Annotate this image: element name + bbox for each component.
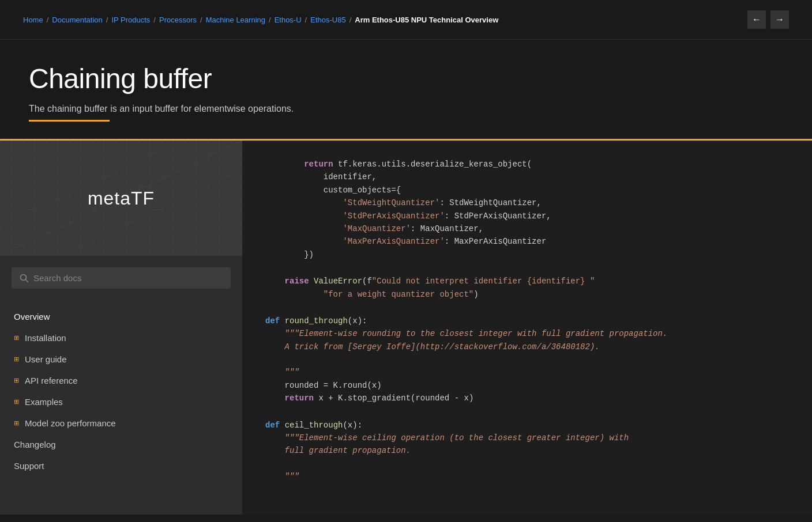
expand-icon-api-reference: ⊞ xyxy=(14,377,19,384)
expand-icon-user-guide: ⊞ xyxy=(14,355,19,363)
expand-icon-model-zoo: ⊞ xyxy=(14,419,19,427)
search-input[interactable] xyxy=(33,273,223,283)
sidebar-item-changelog-label: Changelog xyxy=(14,440,56,449)
search-icon xyxy=(20,274,29,283)
breadcrumb-sep-2: / xyxy=(106,16,108,24)
breadcrumb-sep-5: / xyxy=(269,16,271,24)
expand-icon-examples: ⊞ xyxy=(14,398,19,406)
breadcrumb-processors[interactable]: Processors xyxy=(159,16,197,24)
breadcrumb-docs[interactable]: Documentation xyxy=(52,16,102,24)
sidebar-item-support[interactable]: Support xyxy=(0,455,242,476)
code-section-round-through: def round_through(x): """Element-wise ro… xyxy=(265,315,789,405)
breadcrumb-sep-7: / xyxy=(349,16,352,24)
code-section-ceil-through: def ceil_through(x): """Element-wise cei… xyxy=(265,419,789,483)
code-block-return: return tf.keras.utils.deserialize_keras_… xyxy=(265,158,789,261)
sidebar-logo-area: metaTF xyxy=(0,141,242,256)
breadcrumb-current: Arm Ethos-U85 NPU Technical Overview xyxy=(355,16,498,24)
nav-back-button[interactable]: ← xyxy=(747,10,766,29)
breadcrumb-ethos-u[interactable]: Ethos-U xyxy=(275,16,302,24)
nav-forward-button[interactable]: → xyxy=(770,10,789,29)
breadcrumb-bar: Home / Documentation / IP Products / Pro… xyxy=(0,0,812,40)
hero-underline xyxy=(29,120,110,122)
sidebar-item-api-reference-label: API reference xyxy=(25,376,78,385)
sidebar-item-user-guide-label: User guide xyxy=(25,354,67,364)
sidebar-item-examples[interactable]: ⊞ Examples xyxy=(0,391,242,413)
svg-line-5 xyxy=(26,279,28,282)
sidebar-item-model-zoo-label: Model zoo performance xyxy=(25,418,116,428)
hero-section: Chaining buffer The chaining buffer is a… xyxy=(0,40,812,141)
code-block-ceil-through: def ceil_through(x): """Element-wise cei… xyxy=(265,419,789,483)
sidebar-logo: metaTF xyxy=(88,188,155,209)
sidebar-item-user-guide[interactable]: ⊞ User guide xyxy=(0,349,242,370)
sidebar-item-api-reference[interactable]: ⊞ API reference xyxy=(0,370,242,391)
sidebar-item-installation-label: Installation xyxy=(25,333,66,343)
sidebar-item-support-label: Support xyxy=(14,461,44,471)
breadcrumb-ethos-u85[interactable]: Ethos-U85 xyxy=(310,16,345,24)
code-section-raise: raise ValueError(f"Could not interpret i… xyxy=(265,275,789,301)
sidebar-item-model-zoo[interactable]: ⊞ Model zoo performance xyxy=(0,413,242,434)
breadcrumb-ip-products[interactable]: IP Products xyxy=(111,16,150,24)
main-container: metaTF Overview ⊞ Installation ⊞ User gu xyxy=(0,141,812,515)
breadcrumb-navigation: ← → xyxy=(747,10,789,29)
sidebar-item-overview-label: Overview xyxy=(14,312,50,321)
breadcrumb-home[interactable]: Home xyxy=(23,16,43,24)
code-section-return: return tf.keras.utils.deserialize_keras_… xyxy=(265,158,789,261)
breadcrumb-sep-4: / xyxy=(200,16,202,24)
sidebar-nav: Overview ⊞ Installation ⊞ User guide ⊞ A… xyxy=(0,300,242,482)
breadcrumb-ml[interactable]: Machine Learning xyxy=(206,16,265,24)
breadcrumb-sep-6: / xyxy=(305,16,307,24)
code-block-round-through: def round_through(x): """Element-wise ro… xyxy=(265,315,789,405)
breadcrumb-sep-3: / xyxy=(153,16,156,24)
breadcrumb: Home / Documentation / IP Products / Pro… xyxy=(23,16,498,24)
sidebar-item-examples-label: Examples xyxy=(25,397,63,407)
page-title: Chaining buffer xyxy=(29,63,783,94)
sidebar-item-installation[interactable]: ⊞ Installation xyxy=(0,327,242,349)
code-panel: return tf.keras.utils.deserialize_keras_… xyxy=(242,141,812,515)
page-subtitle: The chaining buffer is an input buffer f… xyxy=(29,104,783,114)
expand-icon-installation: ⊞ xyxy=(14,334,19,342)
search-wrapper[interactable] xyxy=(12,267,231,289)
sidebar: metaTF Overview ⊞ Installation ⊞ User gu xyxy=(0,141,242,515)
sidebar-item-changelog[interactable]: Changelog xyxy=(0,434,242,455)
sidebar-search-area xyxy=(0,256,242,300)
breadcrumb-sep-1: / xyxy=(47,16,49,24)
code-block-raise: raise ValueError(f"Could not interpret i… xyxy=(265,275,789,301)
sidebar-item-overview[interactable]: Overview xyxy=(0,306,242,327)
